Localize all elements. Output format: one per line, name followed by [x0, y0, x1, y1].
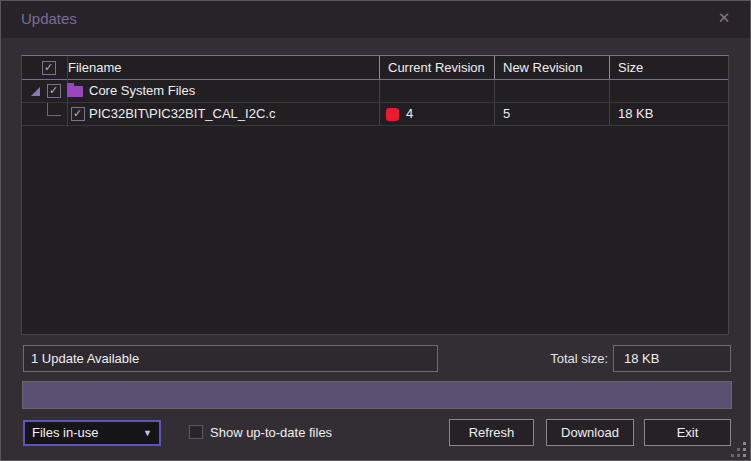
folder-icon — [67, 86, 83, 97]
file-name-cell: ✓ PIC32BIT\PIC32BIT_CAL_I2C.c — [22, 103, 379, 125]
folder-name-cell: ✓ Core System Files — [22, 80, 379, 102]
table-row-core-system-files[interactable]: ✓ Core System Files — [22, 80, 728, 103]
check-icon: ✓ — [49, 83, 58, 97]
new-revision-value: 5 — [494, 103, 609, 125]
file-checkbox[interactable]: ✓ — [71, 107, 85, 121]
expander-icon[interactable] — [31, 87, 40, 96]
column-header-size[interactable]: Size — [609, 56, 728, 79]
new-revision-cell — [494, 80, 609, 102]
chevron-down-icon: ▼ — [143, 422, 152, 444]
check-icon: ✓ — [73, 106, 82, 120]
folder-name: Core System Files — [89, 80, 195, 102]
exit-button[interactable]: Exit — [644, 419, 731, 446]
size-value: 18 KB — [609, 103, 728, 125]
total-size-value: 18 KB — [624, 351, 659, 366]
current-revision-value: 4 — [406, 103, 413, 125]
show-uptodate-label: Show up-to-date files — [210, 425, 332, 440]
files-filter-value: Files in-use — [32, 425, 98, 440]
progress-bar — [22, 381, 732, 409]
column-header-filename[interactable]: ✓ Filename — [22, 56, 379, 79]
total-size-label: Total size: — [461, 345, 608, 372]
modified-status-icon — [386, 108, 399, 121]
progress-bar-fill — [23, 382, 731, 408]
updates-table: ✓ Filename Current Revision New Revision… — [21, 55, 729, 335]
resize-grip[interactable] — [732, 442, 746, 456]
current-revision-cell: 4 — [379, 103, 494, 125]
updates-available-text: 1 Update Available — [31, 351, 139, 366]
check-icon: ✓ — [44, 60, 53, 74]
column-header-new-revision[interactable]: New Revision — [494, 56, 609, 79]
window-title: Updates — [21, 10, 77, 27]
folder-checkbox[interactable]: ✓ — [47, 84, 61, 98]
size-cell — [609, 80, 728, 102]
close-icon[interactable]: ✕ — [714, 9, 734, 27]
table-row-file[interactable]: ✓ PIC32BIT\PIC32BIT_CAL_I2C.c 4 5 18 KB — [22, 103, 728, 126]
table-header: ✓ Filename Current Revision New Revision… — [22, 56, 728, 80]
refresh-button[interactable]: Refresh — [449, 419, 534, 446]
title-bar[interactable]: Updates ✕ — [1, 1, 750, 38]
select-all-checkbox[interactable]: ✓ — [42, 61, 56, 75]
column-header-filename-label: Filename — [68, 56, 121, 79]
files-filter-dropdown[interactable]: Files in-use ▼ — [23, 420, 161, 446]
updates-available-box: 1 Update Available — [23, 345, 438, 372]
tree-connector — [47, 103, 63, 125]
updates-dialog: Updates ✕ ✓ Filename Current Revision Ne… — [0, 0, 751, 461]
show-uptodate-checkbox[interactable] — [189, 425, 203, 439]
file-name: PIC32BIT\PIC32BIT_CAL_I2C.c — [89, 103, 275, 125]
download-button[interactable]: Download — [546, 419, 634, 446]
current-revision-cell — [379, 80, 494, 102]
total-size-box: 18 KB — [613, 345, 731, 372]
column-header-current-revision[interactable]: Current Revision — [379, 56, 494, 79]
